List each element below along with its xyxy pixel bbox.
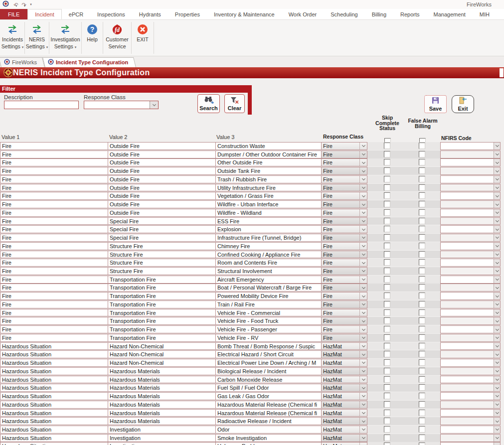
skip-complete-checkbox[interactable] bbox=[384, 393, 390, 399]
response-class-dropdown[interactable]: HazMat bbox=[321, 384, 367, 392]
chevron-down-icon[interactable] bbox=[359, 259, 367, 266]
chevron-down-icon[interactable] bbox=[494, 317, 500, 324]
chevron-down-icon[interactable] bbox=[494, 376, 500, 383]
skip-complete-checkbox[interactable] bbox=[384, 218, 390, 224]
value2-cell[interactable]: Transportation Fire bbox=[108, 292, 216, 300]
undo-dropdown-icon[interactable]: ▾ bbox=[15, 4, 17, 7]
false-alarm-checkbox[interactable] bbox=[419, 343, 425, 349]
chevron-down-icon[interactable] bbox=[359, 234, 367, 241]
value3-cell[interactable]: Train / Rail Fire bbox=[215, 300, 322, 308]
value2-cell[interactable]: Outside Fire bbox=[108, 184, 216, 192]
skip-complete-checkbox[interactable] bbox=[384, 243, 390, 249]
neris-settings-button[interactable]: NERIS Settings ▾ bbox=[25, 20, 48, 56]
response-class-dropdown[interactable]: HazMat bbox=[321, 359, 367, 367]
chevron-down-icon[interactable] bbox=[494, 284, 500, 291]
chevron-down-icon[interactable] bbox=[494, 384, 500, 391]
chevron-down-icon[interactable] bbox=[494, 418, 500, 425]
nfirs-code-dropdown[interactable] bbox=[440, 309, 501, 317]
value2-cell[interactable]: Transportation Fire bbox=[108, 325, 216, 333]
ribbon-tab-epcr[interactable]: ePCR bbox=[62, 9, 90, 19]
value2-cell[interactable]: Structure Fire bbox=[108, 242, 216, 250]
value2-cell[interactable]: Transportation Fire bbox=[108, 317, 216, 325]
false-alarm-checkbox[interactable] bbox=[419, 376, 425, 383]
nfirs-code-dropdown[interactable] bbox=[440, 259, 501, 267]
skip-complete-checkbox[interactable] bbox=[384, 201, 390, 207]
chevron-down-icon[interactable] bbox=[494, 251, 500, 258]
ribbon-tab-inspections[interactable]: Inspections bbox=[90, 9, 132, 19]
skip-complete-checkbox[interactable] bbox=[384, 259, 390, 266]
value3-cell[interactable]: Vehicle Fire - Passenger bbox=[215, 325, 322, 333]
nfirs-code-dropdown[interactable] bbox=[440, 409, 501, 417]
false-alarm-checkbox[interactable] bbox=[419, 151, 425, 157]
nfirs-code-dropdown[interactable] bbox=[440, 334, 501, 342]
chevron-down-icon[interactable] bbox=[494, 343, 500, 350]
skip-complete-checkbox[interactable] bbox=[384, 334, 390, 341]
chevron-down-icon[interactable] bbox=[494, 309, 500, 316]
false-alarm-checkbox[interactable] bbox=[419, 201, 425, 207]
skip-complete-checkbox[interactable] bbox=[384, 435, 390, 441]
chevron-down-icon[interactable] bbox=[494, 393, 500, 400]
nfirs-code-dropdown[interactable] bbox=[440, 184, 501, 192]
skip-complete-checkbox[interactable] bbox=[384, 351, 390, 357]
response-class-dropdown[interactable]: Fire bbox=[321, 234, 367, 242]
nfirs-code-dropdown[interactable] bbox=[440, 234, 501, 242]
redo-dropdown-icon[interactable]: ▾ bbox=[24, 4, 26, 7]
chevron-down-icon[interactable] bbox=[359, 368, 367, 375]
chevron-down-icon[interactable] bbox=[494, 443, 500, 445]
value3-cell[interactable]: Powered Mobility Device Fire bbox=[215, 292, 322, 300]
false-alarm-checkbox[interactable] bbox=[419, 268, 425, 274]
value3-cell[interactable]: Utility Infrastructure Fire bbox=[215, 184, 322, 192]
value2-cell[interactable]: Outside Fire bbox=[108, 167, 216, 175]
nfirs-code-dropdown[interactable] bbox=[440, 384, 501, 392]
value2-cell[interactable]: Transportation Fire bbox=[108, 334, 216, 342]
nfirs-code-dropdown[interactable] bbox=[440, 434, 501, 442]
value2-cell[interactable]: Investigation bbox=[108, 442, 216, 445]
response-class-dropdown[interactable]: HazMat bbox=[321, 409, 367, 417]
skip-complete-checkbox[interactable] bbox=[384, 418, 390, 424]
chevron-down-icon[interactable] bbox=[494, 268, 500, 275]
chevron-down-icon[interactable] bbox=[494, 143, 500, 149]
value1-cell[interactable]: Hazardous Situation bbox=[0, 409, 108, 417]
skip-complete-checkbox[interactable] bbox=[384, 343, 390, 349]
false-alarm-checkbox[interactable] bbox=[419, 368, 425, 374]
customer-service-button[interactable]: fd Customer Service bbox=[104, 20, 131, 56]
response-class-dropdown[interactable]: HazMat bbox=[321, 417, 367, 425]
false-alarm-checkbox[interactable] bbox=[419, 243, 425, 249]
value2-cell[interactable]: Hazard Non-Chemical bbox=[108, 350, 216, 358]
undo-button[interactable]: ↶▾ bbox=[13, 0, 17, 9]
skip-complete-checkbox[interactable] bbox=[384, 192, 390, 199]
skip-complete-checkbox[interactable] bbox=[384, 309, 390, 316]
value3-cell[interactable]: Carbon Monoxide Release bbox=[215, 376, 322, 384]
chevron-down-icon[interactable] bbox=[494, 359, 500, 366]
redo-button[interactable]: ↷▾ bbox=[22, 0, 26, 9]
ribbon-tab-file[interactable]: FILE bbox=[0, 9, 27, 19]
chevron-down-icon[interactable] bbox=[494, 276, 500, 283]
doc-tab-incident-type-configuration[interactable]: Incident Type Configuration bbox=[45, 57, 136, 67]
false-alarm-checkbox[interactable] bbox=[419, 167, 425, 174]
skip-complete-checkbox[interactable] bbox=[384, 226, 390, 232]
value1-cell[interactable]: Fire bbox=[0, 251, 108, 259]
nfirs-code-dropdown[interactable] bbox=[440, 150, 501, 158]
response-class-dropdown[interactable]: Fire bbox=[321, 242, 367, 250]
skip-complete-checkbox[interactable] bbox=[384, 301, 390, 307]
chevron-down-icon[interactable] bbox=[359, 343, 367, 350]
value3-cell[interactable]: Gas Leak / Gas Odor bbox=[215, 392, 322, 400]
nfirs-code-dropdown[interactable] bbox=[440, 242, 501, 250]
value3-cell[interactable]: Dumpster / Other Outdoor Container Fire bbox=[215, 150, 322, 158]
false-alarm-checkbox[interactable] bbox=[419, 259, 425, 266]
chevron-down-icon[interactable] bbox=[494, 159, 500, 166]
value1-cell[interactable]: Fire bbox=[0, 334, 108, 342]
false-alarm-checkbox[interactable] bbox=[419, 393, 425, 399]
chevron-down-icon[interactable] bbox=[359, 143, 367, 149]
response-class-dropdown[interactable]: Fire bbox=[321, 259, 367, 267]
chevron-down-icon[interactable] bbox=[494, 184, 500, 191]
value3-cell[interactable]: Wildfire - Urban Interface bbox=[215, 200, 322, 208]
chevron-down-icon[interactable] bbox=[494, 334, 500, 341]
value2-cell[interactable]: Transportation Fire bbox=[108, 284, 216, 292]
chevron-down-icon[interactable] bbox=[359, 393, 367, 400]
nfirs-code-dropdown[interactable] bbox=[440, 367, 501, 375]
chevron-down-icon[interactable] bbox=[359, 418, 367, 425]
nfirs-code-dropdown[interactable] bbox=[440, 158, 501, 166]
chevron-down-icon[interactable] bbox=[359, 243, 367, 250]
response-class-dropdown[interactable]: Fire bbox=[321, 300, 367, 308]
